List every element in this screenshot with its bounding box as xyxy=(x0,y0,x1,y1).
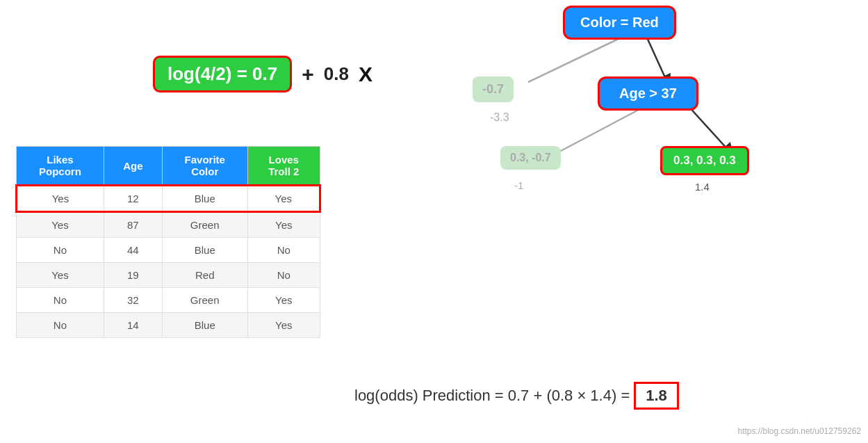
table-body: Yes12BlueYesYes87GreenYesNo44BlueNoYes19… xyxy=(17,186,320,338)
cell-color: Blue xyxy=(162,313,247,338)
cell-color: Green xyxy=(162,212,247,238)
leaf-node-neg07: -0.7 xyxy=(473,76,514,102)
cell-color: Red xyxy=(162,263,247,288)
svg-line-2 xyxy=(559,106,646,152)
col-header-popcorn: LikesPopcorn xyxy=(17,147,104,186)
svg-line-3 xyxy=(688,106,730,152)
leaf-node-03x3-val: 1.4 xyxy=(695,181,710,193)
prediction-text: log(odds) Prediction = 0.7 + (0.8 × 1.4)… xyxy=(354,387,630,405)
cell-loves: Yes xyxy=(247,288,320,313)
root-node-color-red: Color = Red xyxy=(563,6,676,40)
svg-line-0 xyxy=(528,36,624,82)
table-row: Yes12BlueYes xyxy=(17,186,320,212)
cell-popcorn: No xyxy=(17,313,104,338)
multiplier-value: 0.8 xyxy=(324,63,349,85)
cell-age: 87 xyxy=(104,212,162,238)
table-row: No32GreenYes xyxy=(17,288,320,313)
table-row: No44BlueNo xyxy=(17,238,320,263)
cell-age: 12 xyxy=(104,186,162,212)
table-row: Yes19RedNo xyxy=(17,263,320,288)
leaf-node-03x3: 0.3, 0.3, 0.3 xyxy=(660,146,749,175)
cell-popcorn: No xyxy=(17,288,104,313)
formula-area: log(4/2) = 0.7 + 0.8 X xyxy=(153,56,372,92)
cell-color: Green xyxy=(162,288,247,313)
log-formula-box: log(4/2) = 0.7 xyxy=(153,56,292,92)
data-table: LikesPopcorn Age FavoriteColor LovesTrol… xyxy=(15,146,321,338)
cell-age: 14 xyxy=(104,313,162,338)
col-header-loves: LovesTroll 2 xyxy=(247,147,320,186)
leaf-node-neg07-val: -3.3 xyxy=(490,111,509,124)
decision-tree: Color = Red Age > 37 -0.7 -3.3 0.3, -0.7… xyxy=(431,0,848,223)
leaf-node-03neg07: 0.3, -0.7 xyxy=(500,146,561,170)
col-header-age: Age xyxy=(104,147,162,186)
cell-loves: Yes xyxy=(247,186,320,212)
cell-age: 19 xyxy=(104,263,162,288)
watermark: https://blog.csdn.net/u012759262 xyxy=(738,426,861,436)
cell-popcorn: Yes xyxy=(17,263,104,288)
cell-color: Blue xyxy=(162,238,247,263)
table-row: Yes87GreenYes xyxy=(17,212,320,238)
prediction-area: log(odds) Prediction = 0.7 + (0.8 × 1.4)… xyxy=(354,382,679,410)
cell-loves: No xyxy=(247,263,320,288)
cell-age: 32 xyxy=(104,288,162,313)
age-node: Age > 37 xyxy=(598,76,698,111)
prediction-result: 1.8 xyxy=(634,382,679,410)
cell-loves: Yes xyxy=(247,313,320,338)
cell-loves: No xyxy=(247,238,320,263)
cell-popcorn: Yes xyxy=(17,186,104,212)
x-symbol: X xyxy=(359,63,372,86)
cell-loves: Yes xyxy=(247,212,320,238)
table-row: No14BlueYes xyxy=(17,313,320,338)
leaf-node-03neg07-val: -1 xyxy=(514,179,523,191)
cell-popcorn: No xyxy=(17,238,104,263)
cell-color: Blue xyxy=(162,186,247,212)
plus-sign: + xyxy=(302,63,314,86)
svg-line-1 xyxy=(646,36,667,82)
cell-age: 44 xyxy=(104,238,162,263)
data-table-area: LikesPopcorn Age FavoriteColor LovesTrol… xyxy=(15,146,321,338)
cell-popcorn: Yes xyxy=(17,212,104,238)
col-header-color: FavoriteColor xyxy=(162,147,247,186)
